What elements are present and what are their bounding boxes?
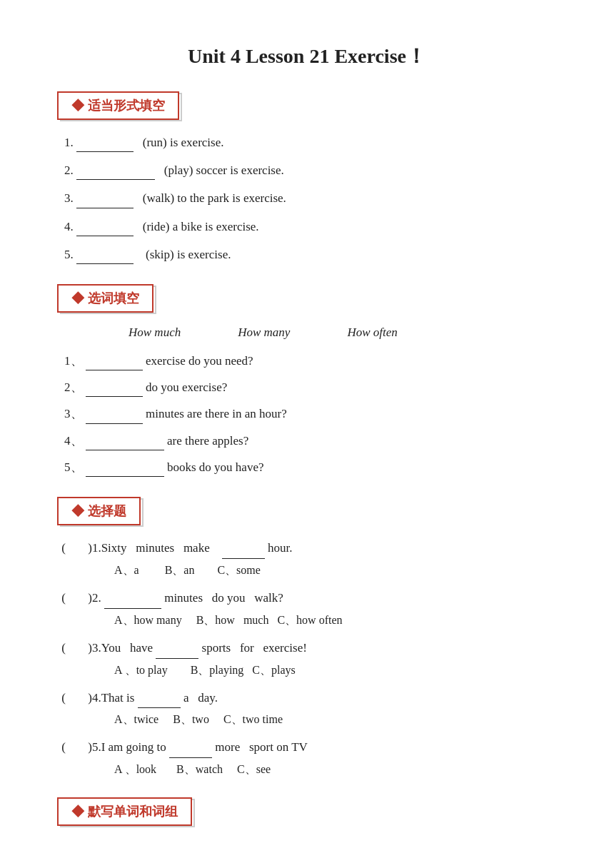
blank-mc-1 xyxy=(222,546,265,559)
word3: How often xyxy=(347,326,397,340)
blank-5-1 xyxy=(76,251,134,264)
mc-options-3: A 、to play B、playing C、plays xyxy=(114,663,557,678)
list-item: 1. (run) is exercise. xyxy=(64,133,557,152)
blank-mc-4 xyxy=(138,695,181,708)
blank-mc-2 xyxy=(104,596,161,609)
mc-item-4: ( )4.That is a day. xyxy=(57,688,557,709)
list-item: 4、 are there apples? xyxy=(64,431,557,450)
word-bank: How much How many How often xyxy=(129,326,557,340)
section3-label: ◆ 选择题 xyxy=(71,504,126,518)
list-item: 5. (skip) is exercise. xyxy=(64,245,557,264)
list-item: 1、 exercise do you need? xyxy=(64,351,557,370)
section-word-fill: ◆ 选词填空 How much How many How often 1、 ex… xyxy=(57,284,557,477)
blank-s2-2 xyxy=(86,384,143,397)
section4-header: ◆ 默写单词和词组 xyxy=(57,797,192,826)
section-multiple-choice: ◆ 选择题 ( )1.Sixty minutes make hour. A、a … xyxy=(57,497,557,777)
mc-options-1: A、a B、an C、some xyxy=(114,563,557,578)
section-fill-in-form: ◆ 适当形式填空 1. (run) is exercise. 2. (play)… xyxy=(57,91,557,264)
mc-item-1: ( )1.Sixty minutes make hour. xyxy=(57,538,557,559)
list-item: 4. (ride) a bike is exercise. xyxy=(64,217,557,236)
mc-options-2: A、how many B、how much C、how often xyxy=(114,613,557,628)
blank-mc-5 xyxy=(169,745,212,758)
word2: How many xyxy=(238,326,290,340)
section3-header: ◆ 选择题 xyxy=(57,497,141,525)
list-item: 5、 books do you have? xyxy=(64,458,557,477)
section-dictation: ◆ 默写单词和词组 xyxy=(57,797,557,839)
blank-4-1 xyxy=(76,223,134,236)
blank-s2-4 xyxy=(86,438,164,450)
list-item: 2、 do you exercise? xyxy=(64,378,557,397)
blank-2-1 xyxy=(76,167,155,180)
list-item: 3、 minutes are there in an hour? xyxy=(64,404,557,423)
blank-s2-1 xyxy=(86,358,143,370)
word1: How much xyxy=(129,326,181,340)
section2-header: ◆ 选词填空 xyxy=(57,284,154,313)
section2-label: ◆ 选词填空 xyxy=(71,291,139,306)
section4-label: ◆ 默写单词和词组 xyxy=(71,804,178,819)
section1-label: ◆ 适当形式填空 xyxy=(71,99,165,113)
section2-list: 1、 exercise do you need? 2、 do you exerc… xyxy=(57,351,557,477)
section1-header: ◆ 适当形式填空 xyxy=(57,91,179,120)
blank-3-1 xyxy=(76,196,134,208)
blank-1-1 xyxy=(76,139,134,152)
mc-item-2: ( )2. minutes do you walk? xyxy=(57,588,557,609)
list-item: 2. (play) soccer is exercise. xyxy=(64,161,557,180)
blank-s2-3 xyxy=(86,411,143,424)
page-title: Unit 4 Lesson 21 Exercise！ xyxy=(57,43,557,70)
blank-mc-3 xyxy=(156,646,198,659)
list-item: 3. (walk) to the park is exercise. xyxy=(64,188,557,208)
mc-item-3: ( )3.You have sports for exercise! xyxy=(57,638,557,659)
section1-list: 1. (run) is exercise. 2. (play) soccer i… xyxy=(57,133,557,264)
blank-s2-5 xyxy=(86,464,164,477)
mc-options-4: A、twice B、two C、two time xyxy=(114,712,557,727)
mc-item-5: ( )5.I am going to more sport on TV xyxy=(57,737,557,758)
mc-options-5: A 、look B、watch C、see xyxy=(114,762,557,777)
